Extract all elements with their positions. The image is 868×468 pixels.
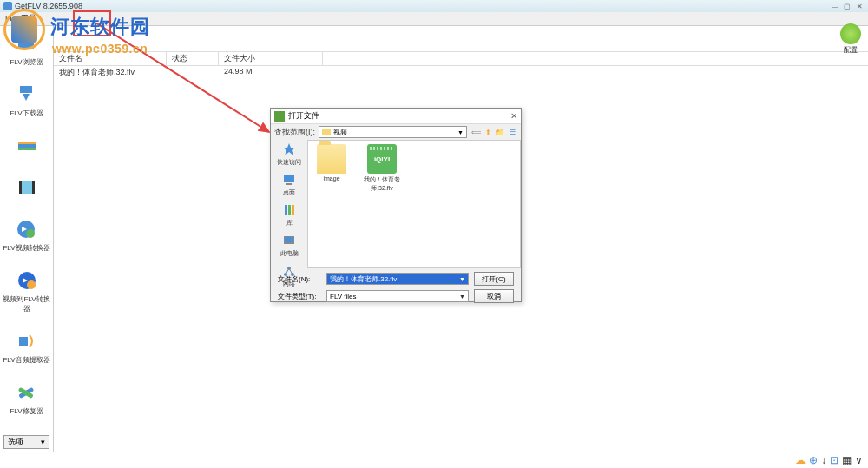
place-desktop[interactable]: 桌面 — [281, 172, 297, 197]
svg-rect-8 — [19, 181, 22, 194]
filename-input[interactable]: 我的！体育老师.32.flv ▼ — [326, 273, 469, 285]
file-item-flv[interactable]: iQIYI 我的！体育老师.32.flv — [362, 144, 402, 193]
filetype-label: 文件类型(T): — [278, 292, 321, 301]
status-strip: ☁ ⊕ ↓ ⊡ ▦ ∨ — [790, 452, 868, 468]
tool-icon — [15, 134, 39, 158]
filename-row: 文件名(N): 我的！体育老师.32.flv ▼ 打开(O) — [278, 272, 514, 286]
open-button[interactable]: 打开(O) — [474, 272, 514, 286]
convert2-icon — [15, 268, 39, 293]
chevron-down-icon: ▼ — [457, 129, 464, 135]
menu-flv-tools[interactable]: FLV 工具 — [5, 13, 36, 24]
sidebar-item-tool4[interactable] — [15, 175, 39, 201]
close-button[interactable]: ✕ — [854, 3, 865, 10]
filename-label: 文件名(N): — [278, 274, 321, 284]
nav-back-icon[interactable]: ⟸ — [470, 127, 481, 137]
path-value: 视频 — [333, 128, 347, 137]
window-title: GetFLV 8.2655.908 — [15, 2, 82, 10]
sidebar-item-audio-extract[interactable]: FLV音频提取器 — [3, 329, 49, 365]
dialog-icon — [274, 111, 285, 122]
cancel-button[interactable]: 取消 — [474, 289, 514, 303]
open-file-dialog: 打开文件 ✕ 查找范围(I): 视频 ▼ ⟸ ⬆ 📁 ☰ — [270, 108, 522, 302]
tray-icon[interactable]: ∨ — [855, 454, 863, 466]
tray-icon[interactable]: ▦ — [842, 454, 852, 466]
svg-rect-19 — [285, 205, 287, 215]
sidebar-item-label: FLV修复器 — [10, 406, 43, 416]
config-label: 配置 — [844, 45, 858, 55]
sidebar-item-label: FLV下载器 — [10, 109, 43, 118]
svg-rect-18 — [286, 183, 292, 185]
film-icon — [15, 175, 39, 200]
place-quick-access[interactable]: 快速访问 — [277, 142, 301, 167]
places-bar: 快速访问 桌面 库 此电脑 — [271, 140, 307, 268]
filetype-value: FLV files — [330, 293, 357, 300]
file-item-name: 我的！体育老师.32.flv — [362, 175, 402, 193]
dialog-close-button[interactable]: ✕ — [510, 111, 517, 121]
browser-icon — [14, 31, 38, 56]
svg-point-11 — [26, 229, 35, 238]
dialog-bottom: 文件名(N): 我的！体育老师.32.flv ▼ 打开(O) 文件类型(T): … — [271, 268, 521, 307]
file-list-pane[interactable]: image iQIYI 我的！体育老师.32.flv — [307, 140, 521, 268]
tray-icon[interactable]: ⊡ — [830, 454, 838, 466]
content-area: 配置 文件名 状态 文件大小 我的！体育老师.32.flv 24.98 M 打开… — [54, 26, 868, 452]
sidebar: FLV浏览器 FLV下载器 FLV视频转换器 视频到FLV转换器 FLV音频提取… — [0, 26, 54, 452]
content-toolbar: 配置 — [54, 26, 868, 52]
minimize-button[interactable]: — — [830, 3, 840, 10]
look-in-label: 查找范围(I): — [274, 127, 315, 138]
options-dropdown[interactable]: 选项 ▾ — [3, 435, 49, 449]
dialog-titlebar: 打开文件 ✕ — [271, 109, 521, 124]
main-area: FLV浏览器 FLV下载器 FLV视频转换器 视频到FLV转换器 FLV音频提取… — [0, 26, 868, 452]
sidebar-item-flv-converter[interactable]: FLV视频转换器 — [3, 217, 49, 253]
list-header: 文件名 状态 文件大小 — [54, 52, 868, 66]
filetype-dropdown[interactable]: FLV files ▼ — [326, 290, 469, 302]
path-dropdown[interactable]: 视频 ▼ — [319, 126, 467, 138]
maximize-button[interactable]: ▢ — [842, 3, 852, 10]
svg-rect-3 — [20, 86, 32, 93]
place-libraries[interactable]: 库 — [281, 202, 297, 227]
sidebar-item-label: FLV音频提取器 — [3, 355, 49, 365]
header-status[interactable]: 状态 — [167, 52, 219, 65]
download-icon — [14, 82, 38, 107]
chevron-down-icon: ▼ — [459, 293, 465, 300]
sidebar-item-label: FLV视频转换器 — [3, 243, 49, 253]
place-label: 库 — [286, 219, 293, 227]
header-size[interactable]: 文件大小 — [219, 52, 323, 65]
nav-up-icon[interactable]: ⬆ — [483, 127, 493, 137]
svg-point-13 — [27, 280, 36, 289]
folder-icon — [317, 144, 346, 174]
tray-icon[interactable]: ☁ — [795, 454, 806, 466]
sidebar-item-label: 视频到FLV转换器 — [0, 294, 53, 313]
file-item-folder[interactable]: image — [312, 144, 352, 181]
sidebar-item-downloader[interactable]: FLV下载器 — [10, 82, 43, 118]
file-item-name: image — [323, 175, 339, 181]
dialog-nav-row: 查找范围(I): 视频 ▼ ⟸ ⬆ 📁 ☰ — [271, 124, 521, 140]
options-label: 选项 — [8, 437, 23, 448]
svg-rect-6 — [18, 148, 36, 150]
place-this-pc[interactable]: 此电脑 — [280, 233, 299, 258]
sidebar-item-video-to-flv[interactable]: 视频到FLV转换器 — [0, 268, 53, 313]
place-label: 此电脑 — [280, 249, 299, 258]
sidebar-item-tool3[interactable] — [15, 134, 39, 160]
dialog-body: 快速访问 桌面 库 此电脑 — [271, 140, 521, 268]
chevron-down-icon: ▼ — [459, 276, 465, 282]
library-icon — [281, 202, 297, 218]
header-filename[interactable]: 文件名 — [54, 52, 167, 65]
star-icon — [281, 142, 297, 157]
tray-icon[interactable]: ⊕ — [809, 454, 818, 466]
place-label: 快速访问 — [277, 158, 301, 167]
desktop-icon — [281, 172, 297, 188]
row-filename: 我的！体育老师.32.flv — [54, 66, 167, 79]
filetype-row: 文件类型(T): FLV files ▼ 取消 — [278, 289, 514, 303]
list-row[interactable]: 我的！体育老师.32.flv 24.98 M — [54, 66, 868, 79]
convert-icon — [14, 217, 38, 241]
place-label: 桌面 — [283, 188, 295, 197]
sidebar-item-browser[interactable]: FLV浏览器 — [10, 31, 43, 67]
dialog-nav-icons: ⟸ ⬆ 📁 ☰ — [470, 127, 517, 137]
nav-newfolder-icon[interactable]: 📁 — [495, 127, 505, 137]
svg-rect-20 — [288, 205, 291, 215]
config-button[interactable] — [840, 23, 861, 44]
tray-icon[interactable]: ↓ — [821, 454, 826, 466]
sidebar-item-repair[interactable]: FLV修复器 — [10, 380, 43, 416]
svg-rect-14 — [19, 337, 28, 346]
window-titlebar: GetFLV 8.2655.908 — ▢ ✕ — [0, 0, 868, 12]
nav-view-icon[interactable]: ☰ — [507, 127, 517, 137]
